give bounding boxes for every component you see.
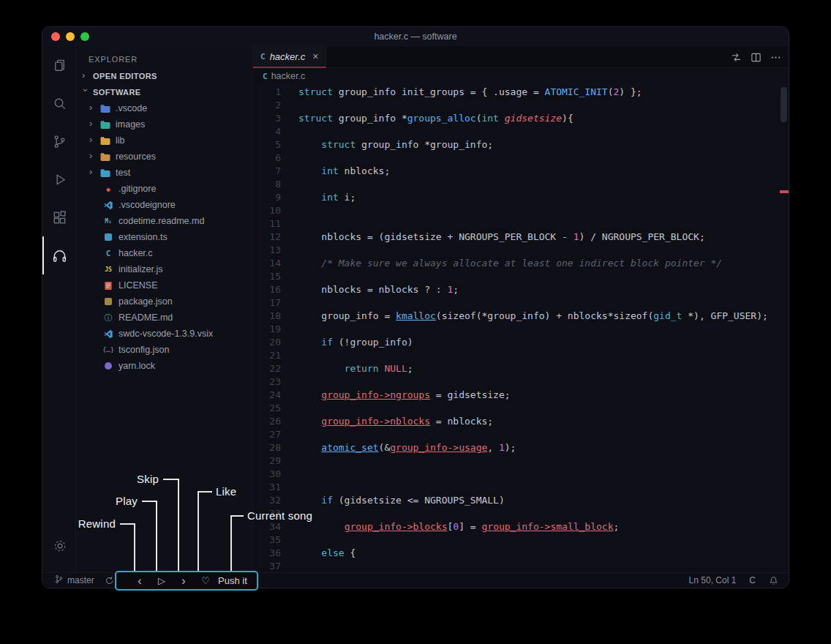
code-line[interactable]: 10 — [253, 204, 789, 217]
code-line[interactable]: 25 — [253, 402, 789, 415]
code-line[interactable]: 19 — [253, 323, 789, 336]
code-line[interactable]: 5 struct group_info *group_info; — [253, 138, 789, 151]
tree-file-swdc-vscode-1.3.9.vsix[interactable]: swdc-vscode-1.3.9.vsix — [76, 326, 252, 342]
play-button[interactable]: ▷ — [151, 576, 173, 585]
tree-item-label: resources — [116, 151, 156, 162]
code-line[interactable]: 26 group_info->nblocks = nblocks; — [253, 415, 789, 428]
like-button[interactable]: ♡ — [195, 576, 217, 585]
music-player-bar[interactable]: ‹▷›♡ Push it — [115, 571, 258, 591]
code-line[interactable]: 2 — [253, 99, 789, 112]
run-debug-icon[interactable] — [42, 160, 75, 198]
activity-icons — [42, 46, 75, 274]
code-line[interactable]: 20 if (!group_info) — [253, 336, 789, 349]
code-line[interactable]: 3struct group_info *groups_alloc(int gid… — [253, 112, 789, 125]
sync-icon[interactable] — [105, 576, 114, 585]
annotation-line — [231, 515, 244, 517]
tree-file-.vscodeignore[interactable]: .vscodeignore — [76, 197, 252, 213]
source-control-icon[interactable] — [42, 122, 75, 160]
tree-file-package.json[interactable]: package.json — [76, 293, 252, 310]
code-line[interactable]: 11 — [253, 217, 789, 231]
minimize-window-button[interactable] — [66, 32, 75, 41]
code-editor[interactable]: 1struct group_info init_groups = { .usag… — [253, 84, 789, 572]
tree-file-yarn.lock[interactable]: yarn.lock — [76, 358, 252, 374]
code-line[interactable]: 22 return NULL; — [253, 362, 789, 375]
code-lines: 1struct group_info init_groups = { .usag… — [253, 86, 789, 572]
breadcrumb-file: hacker.c — [271, 71, 306, 81]
rewind-button[interactable]: ‹ — [129, 575, 151, 587]
tree-item-label: extension.ts — [119, 232, 168, 242]
workspace-root-section[interactable]: › SOFTWARE — [76, 84, 252, 100]
chevron-right-icon: › — [89, 104, 97, 111]
open-changes-icon[interactable] — [731, 52, 742, 63]
skip-button[interactable]: › — [173, 575, 195, 587]
more-actions-icon[interactable] — [770, 52, 781, 63]
code-line[interactable]: 31 — [253, 481, 789, 494]
code-line[interactable]: 23 — [253, 375, 789, 389]
code-line[interactable]: 35 — [253, 533, 789, 547]
close-tab-icon[interactable]: × — [312, 50, 318, 62]
code-line[interactable]: 18 group_info = kmalloc(sizeof(*group_in… — [253, 310, 789, 323]
tree-folder-images[interactable]: ›images — [76, 116, 252, 132]
code-line[interactable]: 34 group_info->blocks[0] = group_info->s… — [253, 520, 789, 533]
code-line[interactable]: 4 — [253, 125, 789, 138]
tree-file-.gitignore[interactable]: ◆.gitignore — [76, 181, 252, 197]
tree-file-tsconfig.json[interactable]: {…}tsconfig.json — [76, 342, 252, 358]
code-line[interactable]: 16 nblocks = nblocks ? : 1; — [253, 283, 789, 296]
extensions-icon[interactable] — [42, 198, 75, 236]
cursor-position[interactable]: Ln 50, Col 1 — [689, 575, 737, 585]
code-line[interactable]: 15 — [253, 270, 789, 283]
tree-folder-lib[interactable]: ›lib — [76, 132, 252, 149]
code-line[interactable]: 30 — [253, 468, 789, 481]
annotation-line — [198, 491, 212, 493]
zoom-window-button[interactable] — [80, 32, 89, 41]
code-line[interactable]: 7 int nblocks; — [253, 165, 789, 178]
language-mode[interactable]: C — [749, 575, 756, 585]
code-line[interactable]: 8 — [253, 178, 789, 191]
chevron-right-icon: › — [89, 168, 97, 176]
tree-folder-resources[interactable]: ›resources — [76, 149, 252, 165]
chevron-right-icon: › — [82, 72, 89, 79]
folder-icon — [99, 120, 111, 130]
split-editor-icon[interactable] — [751, 52, 762, 63]
code-line[interactable]: 32 if (gidsetsize <= NGROUPS_SMALL) — [253, 494, 789, 507]
code-line[interactable]: 9 int i; — [253, 191, 789, 204]
code-line[interactable]: 6 — [253, 151, 789, 165]
tree-file-extension.ts[interactable]: extension.ts — [76, 229, 252, 245]
code-line[interactable]: 21 — [253, 349, 789, 362]
notifications-bell-icon[interactable] — [769, 576, 778, 585]
current-song-label[interactable]: Push it — [218, 575, 247, 586]
code-line[interactable]: 1struct group_info init_groups = { .usag… — [253, 86, 789, 99]
line-number: 19 — [253, 323, 281, 336]
code-line[interactable]: 27 — [253, 428, 789, 441]
code-line[interactable]: 24 group_info->ngroups = gidsetsize; — [253, 389, 789, 402]
tree-file-README.md[interactable]: ⓘREADME.md — [76, 310, 252, 326]
line-number: 17 — [253, 296, 281, 310]
tree-file-hacker.c[interactable]: Chacker.c — [76, 245, 252, 261]
close-window-button[interactable] — [51, 32, 60, 41]
tree-file-codetime.readme.md[interactable]: M↓codetime.readme.md — [76, 213, 252, 229]
code-line[interactable]: 14 /* Make sure we always allocate at le… — [253, 257, 789, 270]
tree-file-initializer.js[interactable]: JSinitializer.js — [76, 261, 252, 277]
activity-bar — [42, 46, 76, 572]
code-line[interactable]: 12 nblocks = (gidsetsize + NGROUPS_PER_B… — [253, 231, 789, 244]
tab-hacker-c[interactable]: C hacker.c × — [253, 46, 326, 68]
git-branch-item[interactable]: master — [54, 574, 94, 586]
code-line[interactable]: 28 atomic_set(&group_info->usage, 1); — [253, 441, 789, 454]
code-line[interactable]: 37 — [253, 560, 789, 572]
code-line[interactable]: 13 — [253, 244, 789, 257]
breadcrumb[interactable]: C hacker.c — [253, 68, 789, 84]
settings-gear-icon[interactable] — [42, 527, 75, 565]
code-line[interactable]: 17 — [253, 296, 789, 310]
open-editors-section[interactable]: › OPEN EDITORS — [76, 68, 252, 84]
explorer-icon[interactable] — [42, 46, 75, 84]
headphones-icon[interactable] — [42, 236, 75, 274]
line-number: 29 — [253, 454, 281, 468]
tree-file-LICENSE[interactable]: LICENSE — [76, 277, 252, 293]
line-number: 22 — [253, 362, 281, 375]
editor-scrollbar[interactable] — [781, 87, 787, 122]
search-icon[interactable] — [42, 84, 75, 122]
code-line[interactable]: 36 else { — [253, 547, 789, 560]
tree-folder-.vscode[interactable]: ›.vscode — [76, 100, 252, 116]
code-line[interactable]: 29 — [253, 454, 789, 468]
tree-folder-test[interactable]: ›test — [76, 165, 252, 181]
